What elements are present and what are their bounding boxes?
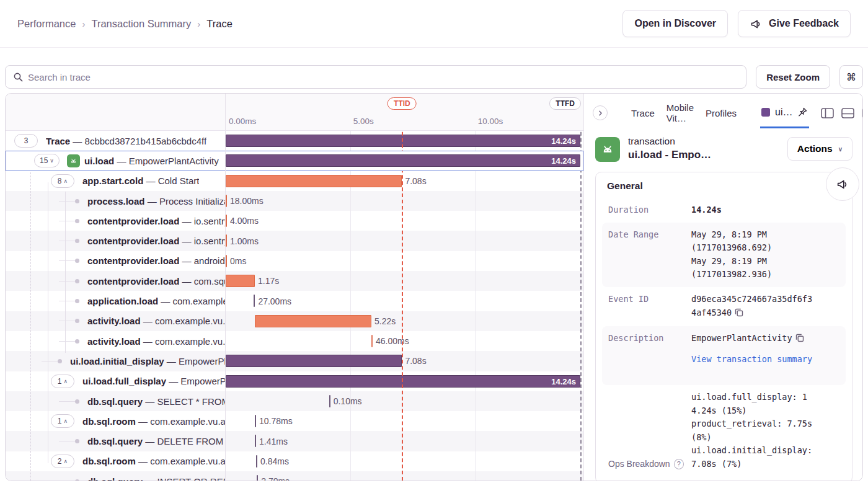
span-children-pill[interactable]: 1∧	[51, 414, 74, 428]
ops-breakdown-value: ui.load.full_display: 14.24s (15%) produ…	[691, 391, 813, 471]
trace-row[interactable]: db.sql.query — SELECT * FROM products0.1…	[6, 391, 583, 411]
feedback-float-button[interactable]	[826, 167, 859, 201]
command-shortcut-button[interactable]: ⌘	[839, 65, 863, 89]
give-feedback-button[interactable]: Give Feedback	[738, 10, 851, 37]
span-label: contentprovider.load — io.sentry.android…	[87, 216, 225, 226]
tab-ui-load[interactable]: ui…	[760, 97, 809, 128]
span-bar[interactable]	[254, 295, 255, 307]
time-axis-label: 0.00ms	[229, 117, 256, 126]
span-bar[interactable]	[257, 475, 258, 481]
span-children-pill[interactable]: 8∧	[51, 174, 74, 188]
span-duration-label: 27.00ms	[258, 296, 291, 306]
span-bar[interactable]	[226, 215, 227, 227]
span-label: ui.load — EmpowerPlantActivity	[84, 156, 219, 166]
view-transaction-summary-link[interactable]: View transaction summary	[691, 353, 813, 366]
span-bar[interactable]	[329, 395, 330, 407]
trace-row[interactable]: contentprovider.load — io.sentry.android…	[6, 231, 583, 251]
trace-row[interactable]: application.load — com.example.vu.androi…	[6, 291, 583, 311]
ops-breakdown-key: Ops Breakdown ?	[608, 457, 684, 471]
span-bar[interactable]	[255, 315, 371, 327]
page-header: Performance›Transaction Summary›Trace Op…	[0, 0, 868, 48]
tab-trace[interactable]: Trace	[631, 97, 655, 128]
span-bar[interactable]	[226, 234, 227, 247]
trace-row[interactable]: 3Trace — 8cbbcd38721b415ab6cbdc4ff14.24s	[6, 131, 583, 151]
event-id-row: Event ID d96eca345c724667a35df6f34af4534…	[602, 287, 846, 326]
trace-row[interactable]: db.sql.query — DELETE FROM products1.41m…	[6, 431, 583, 451]
description-row: Description EmpowerPlantActivity View tr…	[602, 326, 846, 385]
search-input[interactable]	[28, 72, 738, 82]
span-detail-panel: TraceMobile Vit…Profiles ui…	[583, 94, 862, 481]
layout-right-panel-icon[interactable]	[862, 108, 862, 118]
ops-breakdown-row: Ops Breakdown ? ui.load.full_display: 14…	[602, 385, 846, 477]
span-bar[interactable]	[226, 255, 227, 267]
tree-connector	[59, 239, 79, 243]
span-bar[interactable]	[226, 275, 255, 287]
open-in-discover-label: Open in Discover	[634, 18, 716, 29]
span-timeline-cell: 5.22s	[226, 311, 583, 331]
trace-row[interactable]: ui.load.initial_display — EmpowerPlantAc…	[6, 351, 583, 371]
copy-icon[interactable]	[795, 333, 804, 347]
span-timeline-cell: 2.70ms	[226, 471, 583, 481]
trace-row[interactable]: 2∧db.sql.room — com.example.vu.android.e…	[6, 451, 583, 471]
span-bar[interactable]	[226, 355, 402, 367]
span-children-count: 8	[58, 177, 62, 185]
span-label: ui.load.full_display — EmpowerPlantActiv…	[82, 376, 225, 386]
breadcrumb-item-performance[interactable]: Performance	[17, 18, 76, 30]
open-in-discover-button[interactable]: Open in Discover	[622, 10, 728, 37]
trace-row[interactable]: 8∧app.start.cold — Cold Start7.08s	[6, 171, 583, 191]
span-bar[interactable]: 14.24s	[226, 154, 580, 167]
time-axis-label: 10.00s	[478, 117, 503, 126]
span-duration-label: 18.00ms	[230, 196, 264, 206]
span-children-pill[interactable]: 2∧	[51, 455, 74, 468]
trace-row[interactable]: activity.load — com.example.vu.android.e…	[6, 331, 583, 351]
span-children-pill[interactable]: 15∨	[34, 154, 60, 167]
span-children-pill[interactable]: 3	[14, 134, 38, 148]
help-icon[interactable]: ?	[674, 459, 684, 469]
span-bar[interactable]	[226, 195, 227, 207]
span-tree-cell: 1∧ui.load.full_display — EmpowerPlantAct…	[6, 371, 226, 391]
event-id-value: d96eca345c724667a35df6f34af45340	[691, 293, 813, 321]
tree-connector	[59, 399, 79, 404]
span-duration-label: 1.41ms	[259, 437, 288, 446]
span-timeline-cell: 4.00ms	[226, 211, 583, 231]
trace-row[interactable]: 1∧db.sql.room — com.example.vu.android.e…	[6, 411, 583, 431]
trace-row[interactable]: activity.load — com.example.vu.android.e…	[6, 311, 583, 331]
pin-icon[interactable]	[797, 107, 808, 117]
layout-left-panel-icon[interactable]	[821, 108, 834, 118]
breadcrumb-item-transaction-summary[interactable]: Transaction Summary	[91, 18, 191, 30]
span-tree-cell: activity.load — com.example.vu.android.e…	[6, 331, 226, 351]
trace-row[interactable]: contentprovider.load — io.sentry.android…	[6, 211, 583, 231]
trace-row[interactable]: contentprovider.load — com.squareup.pica…	[6, 271, 583, 291]
android-icon	[595, 137, 620, 162]
trace-row[interactable]: db.sql.query — INSERT OR REPLACE INTO pr…	[6, 471, 583, 481]
span-tree-cell: db.sql.query — SELECT * FROM products	[6, 391, 226, 411]
layout-bottom-panel-icon[interactable]	[841, 108, 854, 118]
span-duration-label: 7.08s	[405, 356, 426, 366]
span-duration-label: 4.00ms	[230, 216, 259, 226]
breadcrumb-separator: ›	[82, 19, 85, 29]
reset-zoom-button[interactable]: Reset Zoom	[756, 65, 830, 89]
span-bar[interactable]	[256, 455, 257, 468]
span-bar[interactable]	[371, 335, 373, 347]
copy-icon[interactable]	[735, 308, 743, 321]
search-bar[interactable]	[5, 65, 746, 89]
span-bar[interactable]	[226, 175, 402, 187]
actions-dropdown-button[interactable]: Actions ∨	[787, 137, 852, 161]
span-bar[interactable]	[255, 435, 256, 447]
trace-row[interactable]: contentprovider.load — androidx.startup.…	[6, 251, 583, 271]
trace-rows: 3Trace — 8cbbcd38721b415ab6cbdc4ff14.24s…	[6, 131, 583, 481]
span-children-count: 2	[58, 457, 62, 466]
span-label: contentprovider.load — androidx.startup.…	[87, 255, 225, 266]
expand-panel-button[interactable]	[593, 105, 608, 120]
span-children-pill[interactable]: 1∧	[51, 375, 74, 388]
span-bar[interactable]	[255, 415, 256, 427]
description-key: Description	[608, 332, 684, 379]
trace-row[interactable]: process.load — Process Initialization18.…	[6, 191, 583, 211]
tab-mobile-vit[interactable]: Mobile Vit…	[666, 97, 694, 128]
trace-row[interactable]: 15∨ui.load — EmpowerPlantActivity14.24s	[6, 151, 583, 171]
tab-profiles[interactable]: Profiles	[706, 97, 737, 128]
trace-view-container: TTID TTFD 0.00ms5.00s10.00s 3Trace — 8cb…	[5, 93, 863, 481]
megaphone-icon	[750, 17, 763, 30]
trace-row[interactable]: 1∧ui.load.full_display — EmpowerPlantAct…	[6, 371, 583, 391]
span-tree-cell: db.sql.query — INSERT OR REPLACE INTO pr…	[6, 471, 226, 481]
